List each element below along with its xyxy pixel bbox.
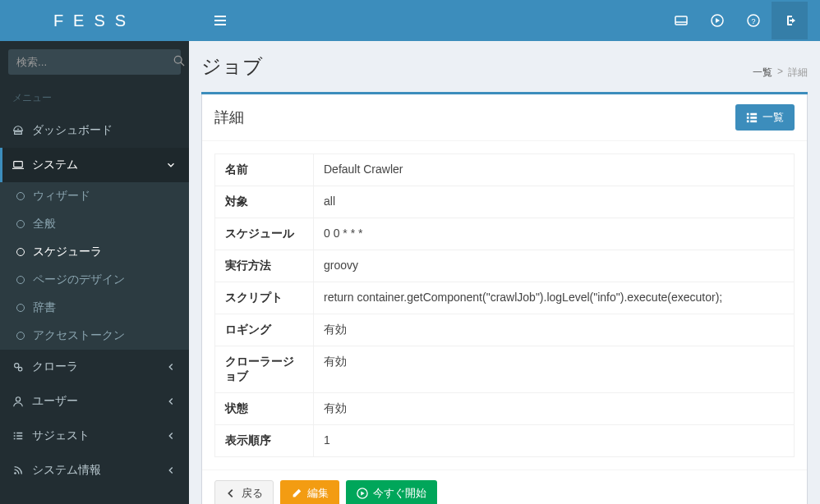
circle-icon	[16, 220, 25, 228]
svg-rect-0	[675, 16, 687, 25]
play-circle-icon	[711, 14, 724, 27]
row-label: 状態	[215, 393, 314, 425]
svg-point-10	[15, 364, 19, 368]
start-now-button-label: 今すぐ開始	[373, 486, 426, 501]
sidebar-sub-general[interactable]: 全般	[0, 210, 189, 238]
chevron-left-icon	[165, 396, 177, 407]
pencil-icon	[291, 488, 302, 499]
svg-rect-18	[747, 121, 749, 123]
breadcrumb-detail: 詳細	[788, 66, 808, 80]
sidebar-item-label: ダッシュボード	[32, 123, 113, 138]
panel-title: 詳細	[214, 108, 244, 127]
back-button[interactable]: 戻る	[214, 480, 274, 504]
card-icon	[675, 14, 688, 27]
sidebar-item-suggest[interactable]: サジェスト	[0, 419, 189, 453]
back-button-label: 戻る	[242, 486, 263, 501]
edit-button-label: 編集	[307, 486, 329, 501]
question-circle-icon: ?	[747, 14, 760, 27]
row-label: ロギング	[215, 314, 314, 346]
sidebar-item-label: システム情報	[32, 463, 101, 478]
row-value: 有効	[314, 314, 795, 346]
row-value: 有効	[314, 346, 795, 393]
sidebar-item-user[interactable]: ユーザー	[0, 384, 189, 419]
row-label: スクリプト	[215, 282, 314, 314]
row-value: 有効	[314, 393, 795, 425]
row-value: groovy	[314, 250, 795, 282]
table-row: 実行方法groovy	[215, 250, 795, 282]
nav-help[interactable]: ?	[735, 2, 772, 39]
row-label: 名前	[215, 154, 314, 186]
cogs-icon	[12, 361, 24, 373]
breadcrumb: 一覧 > 詳細	[753, 66, 808, 80]
row-value: return container.getComponent("crawlJob"…	[314, 282, 795, 314]
svg-rect-8	[14, 162, 23, 167]
nav-play[interactable]	[699, 2, 735, 39]
sidebar-item-sysinfo[interactable]: システム情報	[0, 453, 189, 488]
sidebar-sub-pagedesign[interactable]: ページのデザイン	[0, 266, 189, 294]
row-label: クローラージョブ	[215, 346, 314, 393]
sidebar-sub-label: ページのデザイン	[33, 273, 125, 287]
circle-icon	[16, 332, 25, 340]
detail-table: 名前Default Crawler対象allスケジュール0 0 * * *実行方…	[214, 153, 795, 457]
svg-point-11	[18, 367, 21, 370]
chevron-down-icon	[165, 159, 177, 171]
svg-point-12	[16, 397, 20, 401]
table-row: スクリプトreturn container.getComponent("craw…	[215, 282, 795, 314]
table-row: 表示順序1	[215, 425, 795, 457]
row-label: スケジュール	[215, 218, 314, 250]
svg-text:?: ?	[751, 17, 755, 25]
menu-header: メニュー	[0, 83, 189, 113]
svg-rect-15	[750, 113, 757, 116]
page-title: ジョブ	[201, 53, 263, 80]
sidebar-item-label: システム	[32, 158, 78, 172]
svg-rect-19	[750, 121, 757, 123]
table-row: スケジュール0 0 * * *	[215, 218, 795, 250]
arrow-left-icon	[225, 488, 237, 499]
circle-icon	[16, 276, 25, 284]
search-input[interactable]	[8, 49, 164, 75]
sidebar-item-label: クローラ	[32, 360, 78, 374]
list-button[interactable]: 一覧	[735, 104, 795, 131]
nav-notices[interactable]	[663, 2, 699, 39]
circle-icon	[16, 248, 25, 256]
search-icon	[173, 55, 185, 66]
nav-logout[interactable]	[772, 2, 808, 39]
sidebar-item-crawler[interactable]: クローラ	[0, 350, 189, 384]
sidebar-sub-wizard[interactable]: ウィザード	[0, 182, 189, 210]
svg-rect-16	[747, 117, 749, 119]
breadcrumb-sep: >	[777, 66, 783, 80]
svg-point-13	[14, 472, 16, 474]
sidebar-toggle[interactable]	[201, 13, 239, 29]
sidebar-item-system[interactable]: システム	[0, 148, 189, 182]
sidebar-sub-label: スケジューラ	[33, 245, 102, 259]
table-row: ロギング有効	[215, 314, 795, 346]
sidebar-item-dashboard[interactable]: ダッシュボード	[0, 113, 189, 148]
svg-rect-14	[747, 113, 749, 116]
start-now-button[interactable]: 今すぐ開始	[346, 480, 437, 504]
sidebar-sub-label: 全般	[33, 217, 56, 231]
sidebar-sub-label: 辞書	[33, 300, 56, 315]
laptop-icon	[12, 159, 24, 171]
brand-logo[interactable]: FESS	[0, 0, 189, 41]
row-label: 表示順序	[215, 425, 314, 457]
search-button[interactable]	[164, 49, 189, 75]
menu-icon	[214, 13, 227, 26]
row-label: 対象	[215, 186, 314, 218]
sidebar-sub-accesstoken[interactable]: アクセストークン	[0, 322, 189, 350]
rss-icon	[12, 465, 24, 476]
chevron-left-icon	[165, 430, 177, 442]
table-row: 対象all	[215, 186, 795, 218]
row-label: 実行方法	[215, 250, 314, 282]
svg-line-6	[181, 62, 184, 66]
sidebar-sub-scheduler[interactable]: スケジューラ	[0, 238, 189, 266]
chevron-left-icon	[165, 465, 177, 476]
row-value: all	[314, 186, 795, 218]
table-row: クローラージョブ有効	[215, 346, 795, 393]
sidebar-sub-dictionary[interactable]: 辞書	[0, 294, 189, 322]
breadcrumb-list[interactable]: 一覧	[753, 66, 772, 80]
sidebar-sub-label: ウィザード	[33, 189, 90, 204]
edit-button[interactable]: 編集	[280, 480, 339, 504]
table-row: 状態有効	[215, 393, 795, 425]
sidebar-item-label: ユーザー	[32, 394, 78, 409]
svg-rect-17	[750, 117, 757, 119]
